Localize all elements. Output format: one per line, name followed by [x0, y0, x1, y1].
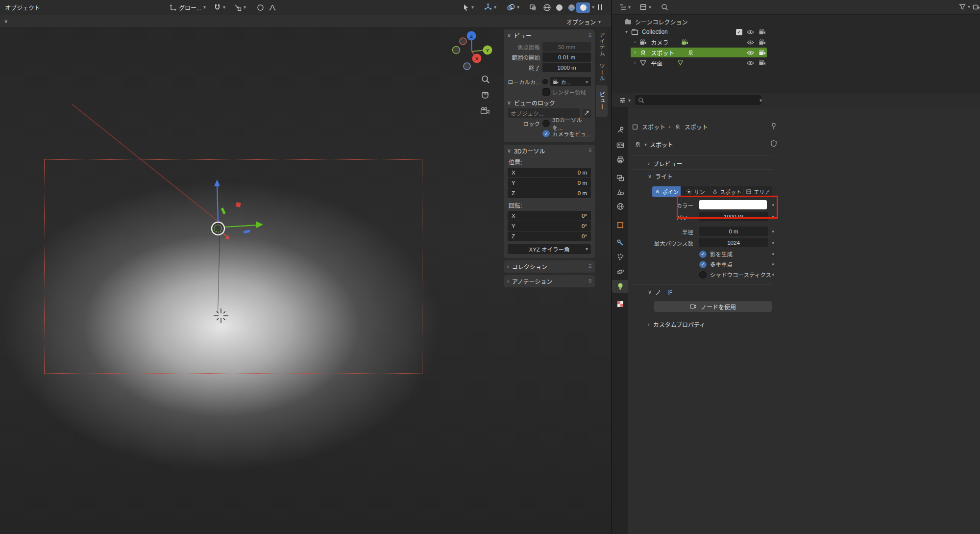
collapse-arrow-icon[interactable]: ›	[634, 50, 636, 55]
local-camera-toggle[interactable]	[542, 79, 548, 84]
new-collection-icon[interactable]	[973, 3, 980, 11]
cursor-rot-z-field[interactable]: Z0°	[508, 231, 591, 241]
editor-type-dropdown[interactable]: ▾	[619, 97, 631, 104]
clip-start-field[interactable]: 0.01 m	[542, 52, 591, 62]
tab-object-data[interactable]	[612, 280, 628, 293]
panel-collections-header[interactable]: › コレクション ⠿	[504, 260, 595, 273]
camera-data-badge-icon[interactable]	[681, 39, 688, 45]
shading-rendered-button[interactable]: ▾	[576, 0, 594, 15]
panel-nodes-header[interactable]: ∨ ノード	[648, 286, 673, 297]
euler-mode-dropdown[interactable]: XYZ オイラー角 ▾	[508, 244, 591, 254]
eye-icon[interactable]	[747, 50, 754, 55]
tab-texture[interactable]	[612, 298, 628, 310]
mesh-data-badge-icon[interactable]	[677, 60, 684, 66]
render-region-checkbox[interactable]	[542, 88, 550, 96]
shading-solid-button[interactable]	[555, 0, 564, 15]
proportional-falloff-dropdown[interactable]	[269, 0, 276, 15]
collapse-arrow-icon[interactable]: ▾	[625, 29, 628, 34]
mis-checkbox[interactable]: ✓	[699, 261, 707, 268]
collection-row[interactable]: ▾ Collection ✓	[612, 27, 980, 37]
transform-gizmo[interactable]	[182, 173, 266, 246]
tab-tool[interactable]	[612, 124, 628, 136]
camera-restrict-icon[interactable]	[759, 39, 766, 45]
eye-icon[interactable]	[747, 29, 754, 35]
close-icon[interactable]: ×	[585, 79, 588, 85]
lock-3d-cursor-checkbox[interactable]	[542, 120, 550, 127]
spot-object-row-selected[interactable]: › スポット	[612, 48, 980, 57]
panel-3d-cursor-header[interactable]: ∨ 3Dカーソル ⠿	[504, 145, 595, 157]
shield-fake-user-icon[interactable]	[770, 140, 777, 147]
cursor-loc-z-field[interactable]: Z0 m	[508, 188, 591, 198]
cursor-loc-y-field[interactable]: Y0 m	[508, 178, 591, 188]
navigation-gizmo[interactable]: Z Y X	[448, 27, 495, 75]
collapse-arrow-icon[interactable]: ›	[634, 40, 636, 45]
panel-grip-icon[interactable]: ⠿	[588, 33, 591, 38]
camera-restrict-icon[interactable]	[759, 50, 766, 55]
xray-toggle[interactable]	[529, 0, 537, 15]
camera-view-icon[interactable]	[480, 107, 490, 115]
panel-light-header[interactable]: ∨ ライト	[648, 171, 673, 181]
zoom-icon[interactable]	[481, 75, 490, 84]
panel-preview-header[interactable]: › プレビュー	[648, 158, 683, 169]
camera-restrict-icon[interactable]	[759, 60, 766, 66]
panel-grip-icon[interactable]: ⠿	[588, 148, 591, 153]
panel-view-header[interactable]: ∨ ビュー ⠿	[504, 29, 595, 42]
pause-button[interactable]	[598, 0, 602, 15]
camera-object-row[interactable]: › カメラ	[612, 37, 980, 47]
tab-output[interactable]	[612, 153, 628, 166]
tab-render[interactable]	[612, 139, 628, 152]
editor-type-dropdown[interactable]: ▾	[619, 3, 631, 11]
search-input[interactable]	[635, 95, 761, 105]
animate-dot[interactable]	[772, 253, 774, 255]
tab-view-layer[interactable]	[612, 172, 628, 184]
pan-hand-icon[interactable]	[481, 91, 490, 100]
transform-orientation-dropdown[interactable]: グロー... ▾	[170, 0, 206, 15]
eye-icon[interactable]	[747, 40, 754, 45]
caustics-checkbox[interactable]	[699, 271, 707, 279]
tab-object[interactable]	[612, 219, 628, 231]
tab-scene[interactable]	[612, 186, 628, 199]
camera-to-view-checkbox[interactable]: ✓	[542, 130, 550, 137]
collection-exclude-checkbox[interactable]: ✓	[736, 29, 742, 35]
tab-physics[interactable]	[612, 265, 628, 278]
eye-icon[interactable]	[747, 60, 754, 66]
filter-dropdown[interactable]: ▾	[959, 3, 970, 10]
gizmos-dropdown[interactable]: ▾	[484, 0, 496, 15]
focal-length-field[interactable]: 50 mm	[542, 42, 591, 51]
clip-end-field[interactable]: 1000 m	[542, 63, 591, 72]
options-dropdown[interactable]: オプション ▾	[566, 18, 601, 26]
tool-settings-expand-icon[interactable]: ∨	[4, 19, 8, 24]
shading-material-button[interactable]	[567, 0, 576, 15]
show-gizmo-dropdown[interactable]: ▾	[463, 0, 474, 15]
breadcrumb-data[interactable]: スポット	[685, 123, 708, 131]
cursor-loc-x-field[interactable]: X0 m	[508, 168, 591, 178]
overlays-dropdown[interactable]: ▾	[507, 0, 519, 15]
animate-dot[interactable]	[772, 274, 774, 276]
tab-world[interactable]	[612, 200, 628, 213]
tab-item[interactable]: アイテム	[596, 28, 608, 60]
panel-annotations-header[interactable]: › アノテーション ⠿	[504, 275, 595, 287]
snap-toggle[interactable]: ▾	[214, 0, 225, 15]
collapse-arrow-icon[interactable]: ›	[634, 60, 636, 65]
breadcrumb-object[interactable]: スポット	[642, 123, 665, 131]
cursor-rot-y-field[interactable]: Y0°	[508, 221, 591, 231]
display-mode-dropdown[interactable]: ▾	[639, 3, 651, 11]
search-icon[interactable]	[661, 3, 668, 11]
cursor-rot-x-field[interactable]: X0°	[508, 211, 591, 221]
panel-grip-icon[interactable]: ⠿	[588, 279, 591, 284]
panel-custom-props-header[interactable]: › カスタムプロパティ	[648, 319, 705, 330]
scene-collection-row[interactable]: シーンコレクション	[612, 17, 980, 26]
animate-dot[interactable]	[772, 242, 774, 244]
tab-modifiers[interactable]	[612, 236, 628, 249]
radius-field[interactable]: 0 m	[699, 227, 768, 236]
chevron-down-icon[interactable]: ▾	[760, 98, 762, 103]
animate-dot[interactable]	[772, 230, 774, 232]
max-bounces-field[interactable]: 1024	[699, 238, 768, 247]
panel-grip-icon[interactable]: ⠿	[588, 264, 591, 269]
object-menu[interactable]: オブジェクト	[5, 0, 40, 15]
use-nodes-button[interactable]: ノードを使用	[654, 301, 772, 312]
proportional-editing-toggle[interactable]	[257, 0, 264, 15]
datablock-name[interactable]: スポット	[650, 140, 673, 149]
snap-target-dropdown[interactable]: ▾	[234, 0, 246, 15]
light-data-badge-icon[interactable]	[687, 49, 694, 56]
